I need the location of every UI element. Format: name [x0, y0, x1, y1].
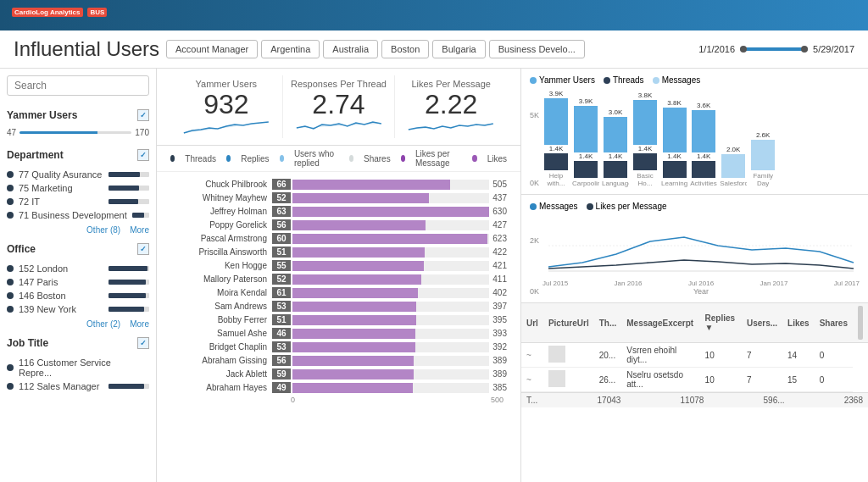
kpi-likes: Likes Per Message 2.22: [395, 75, 507, 138]
table-row: Poppy Gorelick 56 427: [170, 219, 507, 230]
department-item[interactable]: 71 Business Development: [7, 208, 149, 222]
kpi-yammer-sparkline: [177, 118, 275, 135]
date-end: 5/29/2017: [813, 44, 854, 54]
kpi-responses-label: Responses Per Thread: [290, 79, 388, 89]
line-chart-svg-container: Jul 2015 Jan 2016 Jul 2016 Jan 2017 Jul …: [542, 216, 860, 296]
table-row: Priscilla Ainsworth 51 422: [170, 247, 507, 258]
office-checkbox[interactable]: ✓: [137, 243, 149, 255]
line-x-axis: Jul 2015 Jan 2016 Jul 2016 Jan 2017 Jul …: [542, 280, 860, 287]
filter-tab-boston[interactable]: Boston: [381, 40, 429, 58]
date-start: 1/1/2016: [698, 44, 735, 54]
date-range: 1/1/2016 5/29/2017: [698, 44, 854, 54]
office-item[interactable]: 152 London: [7, 262, 149, 275]
table-row: Mallory Paterson 52 411: [170, 274, 507, 285]
department-item[interactable]: 75 Marketing: [7, 181, 149, 195]
filter-tabs: Account ManagerArgentinaAustraliaBostonB…: [166, 40, 692, 58]
topbar: CardioLog Analytics BUS: [0, 0, 868, 30]
data-table: Url PictureUrl Th... MessageExcerpt Repl…: [521, 303, 868, 392]
x-axis-label: Year: [542, 287, 860, 296]
center-content: Yammer Users 932 Responses Per Thread 2.…: [157, 69, 520, 482]
body-row: Yammer Users ✓ 47 170 Department ✓ 77 Qu…: [0, 69, 868, 482]
table-row: Jeffrey Holman 63 630: [170, 206, 507, 217]
col-replies[interactable]: Replies ▼: [700, 303, 742, 343]
stacked-chart: Yammer Users Threads Messages 5K 0K: [521, 69, 868, 195]
filter-tab-bulgaria[interactable]: Bulgaria: [432, 40, 485, 58]
main-container: Influential Users Account ManagerArgenti…: [0, 30, 868, 482]
legend-yammer: Yammer Users: [530, 75, 595, 85]
department-checkbox[interactable]: ✓: [137, 149, 149, 161]
table-body: ~ 20... Vsrren ehoihl diyt... 10 7 14 0~…: [521, 343, 868, 392]
yammer-users-section: Yammer Users ✓: [7, 109, 149, 121]
office-item[interactable]: 146 Boston: [7, 289, 149, 302]
filter-tab-australia[interactable]: Australia: [323, 40, 378, 58]
table-row: Abraham Gissing 56 389: [170, 355, 507, 366]
chart-legend: Threads Replies Users who replied Shares…: [157, 146, 520, 172]
department-item[interactable]: 77 Quality Asurance: [7, 168, 149, 181]
office-more[interactable]: Other (2) More: [7, 319, 149, 329]
department-items: 77 Quality Asurance 75 Marketing 72 IT 7…: [7, 168, 149, 222]
line-y-axis: 2K 0K: [530, 236, 539, 296]
kpi-yammer-users: Yammer Users 932: [170, 75, 283, 138]
table-row: Moira Kendal 61 402: [170, 287, 507, 298]
sidebar-scroll: Yammer Users ✓ 47 170 Department ✓ 77 Qu…: [7, 75, 149, 393]
table-row: Abraham Hayes 49 385: [170, 382, 507, 393]
date-slider-container[interactable]: [740, 47, 808, 51]
department-more[interactable]: Other (8) More: [7, 225, 149, 235]
kpi-responses-sparkline: [290, 118, 388, 135]
y-axis: 5K 0K: [530, 111, 539, 187]
table-row: Sam Andrews 53 397: [170, 301, 507, 312]
kpi-yammer-value: 932: [177, 91, 275, 118]
jobtitle-item[interactable]: 116 Customer Service Repre...: [7, 356, 149, 380]
kpi-yammer-label: Yammer Users: [177, 79, 275, 89]
stacked-bar-group: 3.8K1.4KBasic Ho...: [632, 91, 659, 187]
table-row[interactable]: ~ 26... Nselru osetsdo att... 10 7 15 0: [521, 368, 868, 392]
legend-line-likes: Likes per Message: [587, 202, 667, 211]
jobtitle-item[interactable]: 112 Sales Manager: [7, 380, 149, 393]
header-row: Influential Users Account ManagerArgenti…: [0, 30, 868, 69]
app-logo: CardioLog Analytics BUS: [10, 8, 107, 22]
stacked-bar-group: 3.9K1.4KCarpooling: [572, 97, 599, 187]
office-item[interactable]: 139 New York: [7, 302, 149, 316]
department-item[interactable]: 72 IT: [7, 195, 149, 208]
line-chart: Messages Likes per Message 2K 0K: [521, 195, 868, 303]
stacked-bar-group: 3.8K1.4KLearning: [661, 99, 687, 187]
legend-messages: Messages: [653, 75, 701, 85]
office-item[interactable]: 147 Paris: [7, 275, 149, 289]
bar-chart-area: Chuck Philbrook 66 505Whitney Mayhew 52 …: [157, 172, 520, 482]
table-row: Bobby Ferrer 51 395: [170, 314, 507, 325]
line-chart-body: 2K 0K Jul 2015: [530, 216, 860, 296]
kpi-likes-value: 2.22: [402, 91, 500, 118]
stacked-bar-group: 2.0KSalesforc...: [720, 146, 747, 187]
data-table-area: Url PictureUrl Th... MessageExcerpt Repl…: [521, 303, 868, 482]
yammer-slider[interactable]: [19, 131, 131, 134]
line-legend: Messages Likes per Message: [530, 202, 860, 211]
filter-tab-account-manager[interactable]: Account Manager: [166, 40, 258, 58]
stacked-bar-group: 3.9K1.4KHelp with...: [542, 90, 570, 187]
stacked-bar-group: 3.6K1.4KActivities...: [690, 102, 717, 187]
jobtitle-checkbox[interactable]: ✓: [137, 337, 149, 349]
col-th: Th...: [594, 303, 622, 343]
search-input[interactable]: [7, 75, 149, 96]
sidebar: Yammer Users ✓ 47 170 Department ✓ 77 Qu…: [0, 69, 157, 482]
stacked-groups: 3.9K1.4KHelp with...3.9K1.4KCarpooling3.…: [542, 90, 860, 187]
filter-tab-business-develo...[interactable]: Business Develo...: [489, 40, 585, 58]
table-row: Samuel Ashe 46 393: [170, 328, 507, 339]
filter-tab-argentina[interactable]: Argentina: [261, 40, 320, 58]
kpi-responses-value: 2.74: [290, 91, 388, 118]
table-row[interactable]: ~ 20... Vsrren ehoihl diyt... 10 7 14 0: [521, 343, 868, 368]
yammer-users-checkbox[interactable]: ✓: [137, 109, 149, 121]
col-likes: Likes: [782, 303, 815, 343]
kpi-responses: Responses Per Thread 2.74: [283, 75, 396, 138]
bar-axis: 0 500: [291, 396, 507, 404]
col-pic: PictureUrl: [543, 303, 594, 343]
stacked-bars: 5K 0K 3.9K1.4KHelp with...3.9K1.4KCarpoo…: [530, 90, 860, 187]
jobtitle-items: 116 Customer Service Repre... 112 Sales …: [7, 356, 149, 393]
legend-threads: Threads: [604, 75, 644, 85]
stacked-legend: Yammer Users Threads Messages: [530, 75, 860, 85]
jobtitle-section: Job Title ✓: [7, 337, 149, 349]
kpi-likes-label: Likes Per Message: [402, 79, 500, 89]
kpi-row: Yammer Users 932 Responses Per Thread 2.…: [157, 69, 520, 146]
right-panel: Yammer Users Threads Messages 5K 0K: [520, 69, 868, 482]
page-title: Influential Users: [14, 37, 166, 61]
stacked-bar-group: 2.6KFamily Day: [749, 131, 776, 187]
